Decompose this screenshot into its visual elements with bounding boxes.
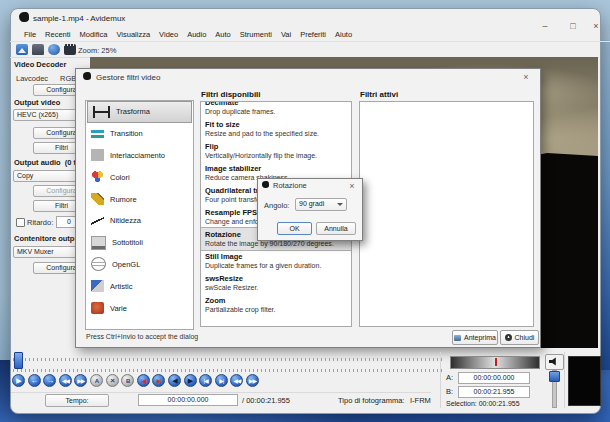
next-keyframe-button[interactable]: ▶ xyxy=(184,374,197,387)
preview-button[interactable]: Anteprima xyxy=(452,330,498,345)
dialog-close-button[interactable]: Chiudi xyxy=(500,330,539,345)
angle-select[interactable]: 90 gradi xyxy=(295,198,347,211)
category-varie[interactable]: Varie xyxy=(86,297,193,319)
menu-recenti[interactable]: Recenti xyxy=(45,30,70,39)
category-label: Interlacciamento xyxy=(110,151,165,160)
fast-forward-button[interactable]: ▶▶ xyxy=(74,374,87,387)
category-label: Nitidezza xyxy=(110,216,141,225)
audio-codec-select[interactable]: Copy xyxy=(13,170,77,182)
category-label: OpenGL xyxy=(112,260,140,269)
shuttle-slider[interactable] xyxy=(450,356,540,369)
menu-audio[interactable]: Audio xyxy=(187,30,206,39)
previous-black-frame-button[interactable]: ◀◀ xyxy=(230,374,243,387)
rotation-cancel-button[interactable]: Annulla xyxy=(316,222,356,235)
opengl-icon xyxy=(91,257,106,271)
misc-icon xyxy=(91,302,104,314)
first-frame-button[interactable]: |◀ xyxy=(199,374,212,387)
dialog-close-icon[interactable]: × xyxy=(519,72,533,82)
filter-name: Fit to size xyxy=(205,120,347,129)
marker-b-field[interactable]: 00:00:21.955 xyxy=(458,386,530,398)
category-interlacciamento[interactable]: Interlacciamento xyxy=(86,145,193,167)
menu-vai[interactable]: Vai xyxy=(281,30,291,39)
filter-name: Zoom xyxy=(205,296,347,305)
muxer-select[interactable]: MKV Muxer xyxy=(13,246,77,258)
mute-button[interactable] xyxy=(545,354,564,370)
next-frame-button[interactable]: → xyxy=(43,374,56,387)
category-nitidezza[interactable]: Nitidezza xyxy=(86,210,193,232)
film-properties-icon[interactable] xyxy=(64,44,76,55)
category-transition[interactable]: Transition xyxy=(86,123,193,145)
category-sottotitoli[interactable]: Sottotitoli xyxy=(86,232,193,254)
menu-strumenti[interactable]: Strumenti xyxy=(240,30,272,39)
filter-still-image[interactable]: Still ImageDuplicate frames for a given … xyxy=(201,250,351,272)
category-label: Trasforma xyxy=(116,107,150,116)
marker-a-label: A: xyxy=(446,373,453,382)
timeline-ruler-top[interactable] xyxy=(13,358,445,361)
category-artistic[interactable]: Artistic xyxy=(86,275,193,297)
marker-a-field[interactable]: 00:00:00.000 xyxy=(458,372,530,384)
category-label: Varie xyxy=(110,304,127,313)
menu-aiuto[interactable]: Aiuto xyxy=(335,30,352,39)
rotation-close-icon[interactable]: × xyxy=(345,181,359,191)
filter-swsresize[interactable]: swsResizeswScale Resizer. xyxy=(201,272,351,294)
category-trasforma[interactable]: Trasforma xyxy=(87,101,192,123)
category-label: Colori xyxy=(110,173,130,182)
reset-selection-button[interactable]: × xyxy=(106,374,119,387)
desktop: sample-1.mp4 - Avidemux – □ × File Recen… xyxy=(0,0,610,422)
rotation-dialog-titlebar[interactable]: Rotazione × xyxy=(257,178,361,192)
angle-value: 90 gradi xyxy=(299,200,324,207)
timeline-ruler-bottom[interactable] xyxy=(13,369,445,372)
total-time-label: / 00:00:21.955 xyxy=(242,396,290,405)
goto-start-button[interactable]: |◀ xyxy=(137,374,150,387)
category-rumore[interactable]: Rumore xyxy=(86,188,193,210)
lavcodec-label: Lavcodec xyxy=(16,74,48,83)
subtitles-icon xyxy=(91,236,106,250)
selection-duration-label: Selection: 00:00:21.955 xyxy=(446,400,520,407)
menu-file[interactable]: File xyxy=(24,30,36,39)
menu-video[interactable]: Video xyxy=(159,30,178,39)
rewind-button[interactable]: ◀◀ xyxy=(59,374,72,387)
filter-zoom[interactable]: ZoomPartializable crop filter. xyxy=(201,294,351,316)
dialog-hint: Press Ctrl+Invio to accept the dialog xyxy=(86,333,198,340)
filter-desc: Rotate the image by 90/180/270 degrees. xyxy=(205,240,347,247)
save-icon[interactable] xyxy=(32,44,44,55)
goto-end-button[interactable]: ▶| xyxy=(152,374,165,387)
previous-keyframe-button[interactable]: ◀ xyxy=(168,374,181,387)
next-black-frame-button[interactable]: ▶▶ xyxy=(246,374,259,387)
menu-preferiti[interactable]: Preferiti xyxy=(300,30,326,39)
video-codec-select[interactable]: HEVC (x265) xyxy=(13,109,77,121)
active-filters-list[interactable] xyxy=(359,101,534,327)
marker-b-button[interactable]: B xyxy=(121,374,134,387)
filter-name: Still Image xyxy=(205,252,347,261)
tempo-button[interactable]: Tempo: xyxy=(45,394,109,407)
open-file-icon[interactable] xyxy=(16,44,28,55)
previous-frame-button[interactable]: ← xyxy=(28,374,41,387)
menu-visualizza[interactable]: Visualizza xyxy=(116,30,150,39)
category-opengl[interactable]: OpenGL xyxy=(86,254,193,276)
close-circle-icon xyxy=(505,334,512,341)
filter-flip[interactable]: FlipVertically/Horizontally flip the ima… xyxy=(201,140,351,162)
title-bar[interactable]: sample-1.mp4 - Avidemux – □ × xyxy=(10,8,599,28)
marker-a-button[interactable]: A xyxy=(90,374,103,387)
rotation-ok-button[interactable]: OK xyxy=(277,222,312,235)
menu-modifica[interactable]: Modifica xyxy=(80,30,108,39)
filter-dialog-titlebar[interactable]: Gestore filtri video × xyxy=(75,68,539,86)
available-filters-header: Filtri disponibili xyxy=(201,90,261,99)
divider xyxy=(564,352,565,408)
delay-checkbox[interactable] xyxy=(16,218,25,227)
timeline-slider-handle[interactable] xyxy=(14,352,23,369)
menu-auto[interactable]: Auto xyxy=(215,30,230,39)
category-colori[interactable]: Colori xyxy=(86,166,193,188)
filter-name: Decimate xyxy=(205,101,347,107)
filter-decimate[interactable]: DecimateDrop duplicate frames. xyxy=(201,101,351,118)
current-time-field[interactable]: 00:00:00.000 xyxy=(138,394,238,406)
zoom-level-label: Zoom: 25% xyxy=(78,46,116,55)
volume-slider-thumb[interactable] xyxy=(549,371,560,382)
menu-bar: File Recenti Modifica Visualizza Video A… xyxy=(10,28,610,42)
speaker-icon xyxy=(549,357,559,366)
filter-fit-to-size[interactable]: Fit to sizeResize and pad to the specifi… xyxy=(201,118,351,140)
marker-b-label: B: xyxy=(446,387,453,396)
last-frame-button[interactable]: ▶| xyxy=(215,374,228,387)
play-button[interactable]: ▶ xyxy=(12,374,25,387)
info-icon[interactable] xyxy=(48,44,60,55)
